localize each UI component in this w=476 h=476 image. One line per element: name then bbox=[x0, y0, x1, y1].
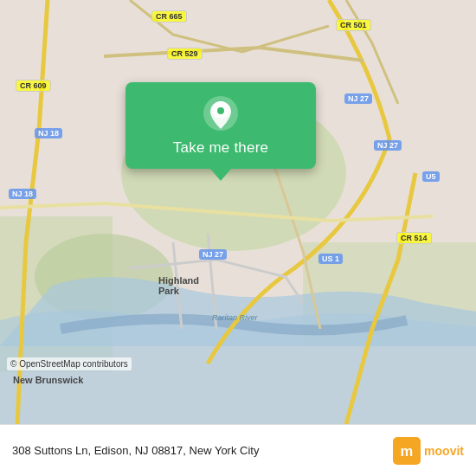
place-new-brunswick: New Brunswick bbox=[13, 375, 83, 385]
road-label-nj27b: NJ 27 bbox=[374, 140, 402, 151]
road-label-cr529: CR 529 bbox=[167, 48, 203, 60]
moovit-logo-icon: m bbox=[393, 437, 421, 465]
take-me-there-button[interactable]: Take me there bbox=[173, 139, 268, 157]
road-label-nj18b: NJ 18 bbox=[9, 189, 36, 199]
road-label-us1: US 1 bbox=[318, 254, 343, 264]
bottom-bar: 308 Suttons Ln, Edison, NJ 08817, New Yo… bbox=[0, 424, 476, 476]
road-label-cr514: CR 514 bbox=[396, 232, 432, 244]
road-label-nj27c: NJ 27 bbox=[199, 249, 227, 260]
address-text: 308 Suttons Ln, Edison, NJ 08817, New Yo… bbox=[12, 444, 393, 457]
road-label-cr665: CR 665 bbox=[151, 10, 187, 23]
place-highland-park: HighlandPark bbox=[158, 275, 199, 296]
location-pin-icon bbox=[202, 94, 240, 132]
road-label-cr501: CR 501 bbox=[336, 19, 371, 31]
svg-text:m: m bbox=[401, 442, 414, 459]
osm-attribution: © OpenStreetMap contributors bbox=[7, 357, 132, 370]
road-label-nj27a: NJ 27 bbox=[344, 93, 372, 104]
moovit-logo: m moovit bbox=[393, 437, 464, 465]
road-label-nj18a: NJ 18 bbox=[35, 128, 62, 138]
svg-point-7 bbox=[217, 107, 224, 114]
moovit-wordmark: moovit bbox=[424, 444, 464, 458]
map-view: CR 665 CR 501 CR 529 CR 609 NJ 18 NJ 18 … bbox=[0, 0, 476, 424]
road-label-us5: U5 bbox=[422, 171, 440, 182]
location-popup: Take me there bbox=[125, 82, 316, 169]
road-label-cr609: CR 609 bbox=[16, 80, 51, 92]
water-raritan-river: Raritan River bbox=[212, 313, 258, 322]
